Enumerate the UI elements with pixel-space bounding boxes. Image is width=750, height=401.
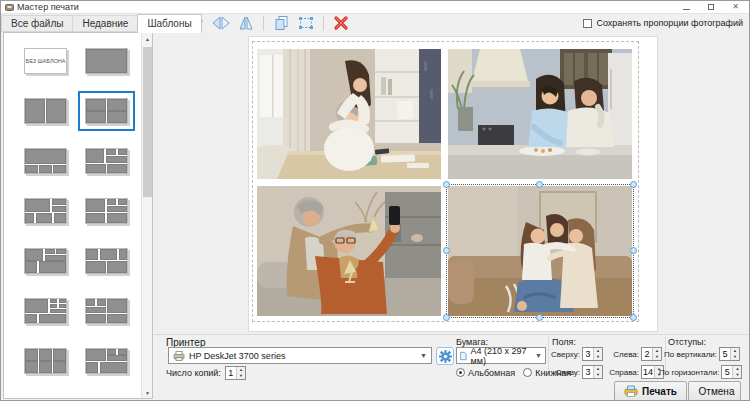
scrollbar-thumb[interactable]	[143, 47, 152, 197]
template-mix-6[interactable]	[85, 298, 128, 324]
scroll-up-icon[interactable]: ▲	[142, 33, 153, 44]
toolbar-separator	[323, 16, 324, 31]
template-mix-7[interactable]	[85, 348, 128, 374]
gear-icon	[439, 350, 452, 363]
printer-settings-button[interactable]	[436, 347, 454, 365]
tab-all-files[interactable]: Все файлы	[1, 15, 72, 32]
template-split-2v[interactable]	[24, 98, 67, 124]
keep-proportions-label: Сохранять пропорции фотографий	[596, 18, 743, 28]
tab-bar: Все файлыНедавниеШаблоны	[1, 14, 202, 32]
paper-size-select[interactable]: A4 (210 x 297 мм) ▼	[456, 347, 546, 364]
tab-toolbar-row: Все файлыНедавниеШаблоны	[1, 14, 749, 32]
tab-recent[interactable]: Недавние	[72, 15, 137, 32]
print-icon	[624, 385, 638, 397]
spacing-vertical-label: По вертикали:	[659, 350, 717, 359]
copies-spinner[interactable]: 1▲▼	[225, 366, 246, 380]
printer-name: HP DeskJet 3700 series	[189, 351, 285, 361]
selection-handle[interactable]	[630, 247, 637, 254]
selection-handle[interactable]	[630, 181, 637, 188]
paper-preview	[249, 37, 657, 331]
radio-icon	[456, 368, 465, 377]
maximize-icon[interactable]	[708, 4, 714, 10]
margin-left-label: Слева:	[609, 350, 639, 359]
templates-panel: БЕЗ ШАБЛОНА ▲ ▼	[3, 32, 153, 399]
chevron-down-icon: ▼	[535, 352, 542, 359]
chevron-down-icon: ▼	[420, 352, 427, 359]
spacing-fields: По вертикали:5▲▼По горизонтали:5▲▼	[659, 347, 742, 379]
keep-proportions-checkbox[interactable]	[583, 19, 592, 28]
minimize-icon[interactable]	[683, 5, 690, 10]
preview-area	[154, 32, 750, 334]
spacing-vertical-spinner[interactable]: 5▲▼	[719, 347, 740, 361]
template-mix-5[interactable]	[85, 248, 128, 274]
template-mix-3[interactable]	[85, 198, 128, 224]
toolbar-separator	[263, 16, 264, 31]
template-mix-4[interactable]	[24, 248, 67, 274]
template-mix-2[interactable]	[24, 198, 67, 224]
selection-handle[interactable]	[536, 181, 543, 188]
template-big-left-col[interactable]	[24, 298, 67, 324]
margin-top-spinner[interactable]: 3▲▼	[582, 347, 603, 361]
margin-bottom-label: Снизу:	[550, 368, 580, 377]
template-big-top-3[interactable]	[24, 148, 67, 174]
spacing-horizontal-spinner[interactable]: 5▲▼	[721, 365, 742, 379]
bottom-panel: Принтер HP DeskJet 3700 series ▼ Число к…	[154, 334, 750, 401]
margins-fields: Сверху:3▲▼Слева:2▲▼Снизу:3▲▼Справа:14▲▼	[550, 347, 664, 379]
photo-family-study[interactable]	[257, 49, 441, 179]
template-none[interactable]: БЕЗ ШАБЛОНА	[24, 48, 67, 74]
printer-select[interactable]: HP DeskJet 3700 series ▼	[168, 347, 432, 364]
keep-proportions-option: Сохранять пропорции фотографий	[583, 18, 743, 28]
flip-horizontal-icon[interactable]	[211, 14, 231, 32]
photo-couple-selfie[interactable]	[257, 186, 441, 316]
title-bar: Мастер печати ✕	[1, 1, 749, 14]
spacing-horizontal-label: По горизонтали:	[659, 368, 719, 377]
radio-icon	[523, 368, 532, 377]
margins-label: Поля:	[552, 337, 576, 347]
template-list: БЕЗ ШАБЛОНА	[4, 33, 141, 398]
margin-right-label: Справа:	[609, 368, 639, 377]
copies-label: Число копий:	[166, 368, 221, 378]
selection-handle[interactable]	[630, 314, 637, 321]
flip-vertical-icon[interactable]	[236, 14, 256, 32]
cancel-button[interactable]: Отмена	[688, 381, 741, 401]
selection-handle[interactable]	[443, 247, 450, 254]
page-icon	[460, 351, 467, 361]
selection-handle[interactable]	[536, 314, 543, 321]
print-wizard-window: Мастер печати ✕ Все файлыНедавниеШаблоны	[0, 0, 750, 401]
template-mix-1[interactable]	[85, 148, 128, 174]
delete-icon[interactable]	[331, 14, 351, 32]
spacing-label: Отступы:	[668, 337, 706, 347]
crop-frame-icon[interactable]	[296, 14, 316, 32]
window-title: Мастер печати	[17, 2, 79, 12]
orientation-landscape[interactable]: Альбомная	[456, 368, 515, 378]
template-grid-2x2[interactable]	[85, 98, 128, 124]
scroll-down-icon[interactable]: ▼	[142, 387, 153, 398]
copy-icon[interactable]	[271, 14, 291, 32]
template-full[interactable]	[85, 48, 128, 74]
photo-kitchen-women[interactable]	[448, 49, 632, 179]
close-icon[interactable]: ✕	[732, 2, 739, 12]
scrollbar[interactable]: ▲ ▼	[141, 33, 152, 398]
selection-handle[interactable]	[443, 314, 450, 321]
photo-three-women-couch[interactable]	[448, 186, 632, 316]
template-grid-3x2[interactable]	[24, 348, 67, 374]
margin-top-label: Сверху:	[550, 350, 580, 359]
paper-size-value: A4 (210 x 297 мм)	[471, 346, 532, 366]
print-button[interactable]: Печать	[614, 381, 687, 401]
printer-icon	[173, 351, 185, 361]
margin-bottom-spinner[interactable]: 3▲▼	[582, 365, 603, 379]
selection-handle[interactable]	[443, 181, 450, 188]
tab-templates[interactable]: Шаблоны	[137, 14, 201, 33]
app-icon	[5, 3, 14, 12]
